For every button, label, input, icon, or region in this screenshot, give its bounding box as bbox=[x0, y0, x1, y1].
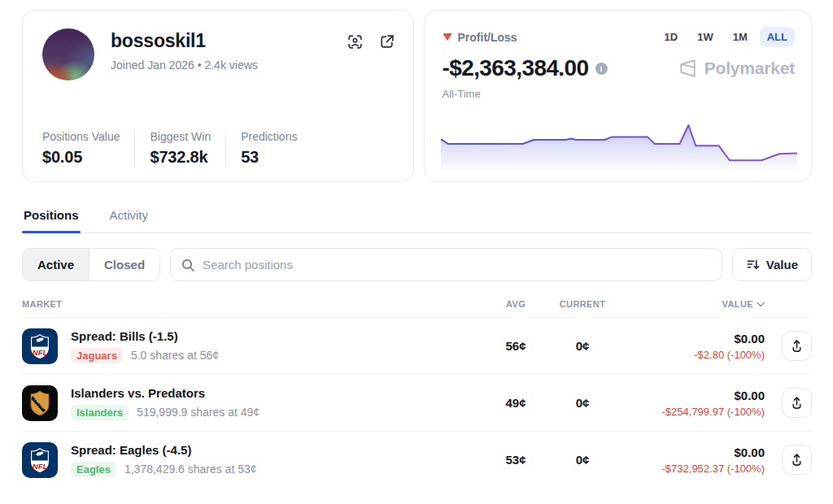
share-icon bbox=[790, 396, 804, 410]
sort-by-value-button[interactable]: Value bbox=[732, 248, 812, 281]
share-position-button[interactable] bbox=[782, 331, 812, 361]
position-value: $0.00 bbox=[620, 445, 765, 459]
shares-text: 5.0 shares at 56¢ bbox=[131, 349, 219, 362]
share-icon bbox=[790, 339, 804, 353]
segment-active[interactable]: Active bbox=[23, 249, 89, 280]
pnl-period: All-Time bbox=[443, 88, 796, 100]
position-value: $0.00 bbox=[620, 389, 765, 402]
header-current: CURRENT bbox=[545, 299, 620, 309]
market-title[interactable]: Spread: Eagles (-4.5) bbox=[71, 443, 257, 457]
sort-icon bbox=[746, 258, 760, 272]
search-input[interactable] bbox=[203, 258, 712, 272]
outcome-badge: Eagles bbox=[71, 462, 116, 477]
stat-predictions: Predictions 53 bbox=[225, 130, 312, 167]
status-segmented-control: Active Closed bbox=[22, 248, 160, 281]
header-avg: AVG bbox=[486, 299, 545, 309]
market-title[interactable]: Islanders vs. Predators bbox=[71, 386, 259, 400]
polymarket-watermark: Polymarket bbox=[677, 58, 795, 79]
avg-price: 53¢ bbox=[486, 453, 545, 467]
range-1w[interactable]: 1W bbox=[690, 27, 721, 47]
position-change: -$254,799.97 (-100%) bbox=[620, 406, 765, 418]
segment-closed[interactable]: Closed bbox=[89, 249, 159, 280]
nfl-logo-icon: NFL bbox=[22, 442, 58, 478]
time-range-selector: 1D 1W 1M ALL bbox=[657, 27, 795, 47]
stat-positions-value: Positions Value $0.05 bbox=[42, 130, 134, 167]
range-all[interactable]: ALL bbox=[760, 27, 795, 47]
position-change: -$2.80 (-100%) bbox=[620, 349, 765, 361]
outcome-badge: Jaguars bbox=[71, 348, 123, 363]
open-external-button[interactable] bbox=[378, 33, 395, 50]
top-cards: bossoskil1 Joined Jan 2026 • 2.4k views bbox=[22, 10, 812, 182]
range-1m[interactable]: 1M bbox=[726, 27, 755, 47]
svg-text:NFL: NFL bbox=[33, 461, 48, 470]
position-value: $0.00 bbox=[620, 332, 765, 345]
svg-text:NFL: NFL bbox=[33, 347, 48, 356]
position-row-bills[interactable]: NFL Spread: Bills (-1.5) Jaguars 5.0 sha… bbox=[22, 317, 812, 374]
profile-card: bossoskil1 Joined Jan 2026 • 2.4k views bbox=[22, 10, 414, 182]
filter-row: Active Closed Value bbox=[22, 248, 812, 281]
range-1d[interactable]: 1D bbox=[657, 27, 686, 47]
share-icon bbox=[790, 453, 804, 467]
avatar bbox=[42, 28, 94, 80]
pnl-label: Profit/Loss bbox=[458, 31, 517, 44]
nhl-logo-icon: NHL bbox=[22, 385, 58, 421]
stat-biggest-win: Biggest Win $732.8k bbox=[134, 130, 225, 167]
polymarket-profile-page: bossoskil1 Joined Jan 2026 • 2.4k views bbox=[0, 0, 833, 504]
nfl-logo-icon: NFL bbox=[22, 328, 58, 364]
shares-text: 1,378,429.6 shares at 53¢ bbox=[124, 463, 257, 476]
market-title[interactable]: Spread: Bills (-1.5) bbox=[71, 329, 219, 343]
loss-triangle-icon bbox=[443, 33, 452, 41]
tab-activity[interactable]: Activity bbox=[108, 203, 150, 232]
position-row-eagles[interactable]: NFL Spread: Eagles (-4.5) Eagles 1,378,4… bbox=[22, 431, 812, 488]
current-price: 0¢ bbox=[545, 339, 620, 353]
pnl-value: -$2,363,384.00 bbox=[443, 55, 589, 81]
profile-subtitle: Joined Jan 2026 • 2.4k views bbox=[111, 59, 258, 72]
outcome-badge: Islanders bbox=[71, 405, 129, 420]
tab-bar: Positions Activity bbox=[22, 203, 812, 233]
header-value[interactable]: VALUE bbox=[620, 299, 765, 309]
chevron-down-icon bbox=[757, 302, 765, 307]
table-header: MARKET AVG CURRENT VALUE bbox=[22, 294, 812, 317]
scan-profile-button[interactable] bbox=[347, 33, 364, 50]
tab-positions[interactable]: Positions bbox=[22, 203, 81, 232]
pnl-card: Profit/Loss 1D 1W 1M ALL -$2,363,384.00 … bbox=[424, 10, 813, 182]
profile-stats: Positions Value $0.05 Biggest Win $732.8… bbox=[42, 130, 395, 167]
scan-profile-icon bbox=[347, 33, 364, 50]
position-row-islanders[interactable]: NHL Islanders vs. Predators Islanders 51… bbox=[22, 374, 812, 431]
current-price: 0¢ bbox=[545, 453, 620, 467]
username: bossoskil1 bbox=[111, 30, 258, 52]
info-icon[interactable]: i bbox=[595, 63, 608, 75]
sort-button-label: Value bbox=[766, 258, 798, 272]
avg-price: 49¢ bbox=[486, 396, 545, 410]
search-positions-box bbox=[170, 248, 722, 281]
current-price: 0¢ bbox=[545, 396, 620, 410]
pnl-chart[interactable] bbox=[441, 115, 797, 173]
header-market: MARKET bbox=[22, 299, 486, 309]
external-link-icon bbox=[378, 33, 395, 50]
share-position-button[interactable] bbox=[782, 388, 812, 418]
position-change: -$732,952.37 (-100%) bbox=[620, 463, 765, 475]
avg-price: 56¢ bbox=[486, 339, 545, 353]
polymarket-logo-icon bbox=[677, 58, 698, 79]
share-position-button[interactable] bbox=[782, 445, 812, 475]
search-icon bbox=[181, 258, 195, 272]
shares-text: 519,999.9 shares at 49¢ bbox=[137, 406, 259, 419]
